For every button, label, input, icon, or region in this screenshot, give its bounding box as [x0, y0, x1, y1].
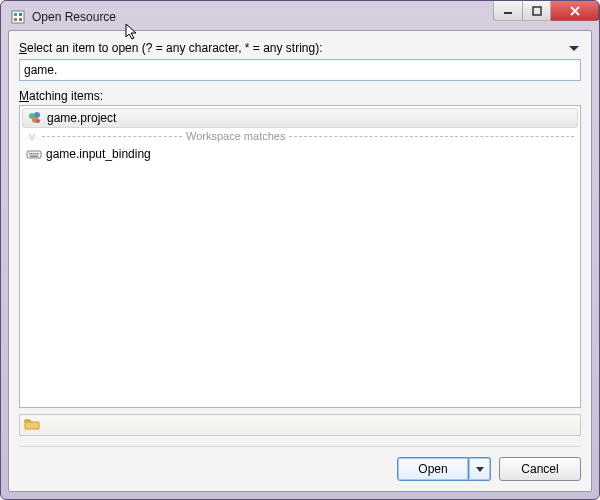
separator-label: Workspace matches: [186, 130, 285, 142]
svg-rect-1: [14, 13, 17, 16]
close-button[interactable]: [551, 1, 599, 21]
project-file-icon: [27, 110, 43, 126]
svg-rect-0: [12, 11, 24, 23]
list-item-label: game.input_binding: [46, 147, 151, 161]
matching-label: Matching items:: [19, 89, 581, 103]
client-area: Select an item to open (? = any characte…: [8, 30, 592, 492]
cancel-button[interactable]: Cancel: [499, 457, 581, 481]
minimize-button[interactable]: [493, 1, 523, 21]
list-item[interactable]: game.project: [22, 108, 578, 128]
status-bar: [19, 414, 581, 436]
svg-rect-15: [35, 153, 37, 155]
separator: Workspace matches: [22, 128, 578, 144]
chevron-down-icon: [476, 467, 484, 472]
maximize-button[interactable]: [523, 1, 551, 21]
svg-rect-2: [19, 13, 22, 16]
filter-label: Select an item to open (? = any characte…: [19, 41, 323, 55]
open-button-group: Open: [397, 457, 491, 481]
binding-file-icon: [26, 146, 42, 162]
prompt-row: Select an item to open (? = any characte…: [19, 41, 581, 55]
svg-rect-14: [33, 153, 35, 155]
view-menu-icon[interactable]: [569, 46, 579, 51]
open-dropdown-button[interactable]: [469, 457, 491, 481]
app-icon: [10, 9, 26, 25]
svg-rect-12: [29, 153, 31, 155]
svg-point-10: [36, 119, 40, 123]
window-controls: [493, 1, 599, 21]
dialog-window: Open Resource Select an item to open (? …: [0, 0, 600, 500]
button-row: Open Cancel: [19, 457, 581, 481]
divider: [19, 446, 581, 447]
svg-rect-4: [19, 18, 22, 21]
folder-icon: [24, 417, 40, 434]
svg-rect-16: [37, 153, 39, 155]
list-item-label: game.project: [47, 111, 116, 125]
open-button[interactable]: Open: [397, 457, 469, 481]
svg-rect-13: [31, 153, 33, 155]
list-item[interactable]: game.input_binding: [22, 144, 578, 164]
svg-rect-3: [14, 18, 17, 21]
results-list[interactable]: game.project Workspace matches: [19, 105, 581, 408]
svg-rect-6: [533, 7, 541, 15]
filter-input[interactable]: [19, 59, 581, 81]
chevron-down-icon: [26, 132, 38, 140]
svg-rect-17: [30, 156, 38, 158]
